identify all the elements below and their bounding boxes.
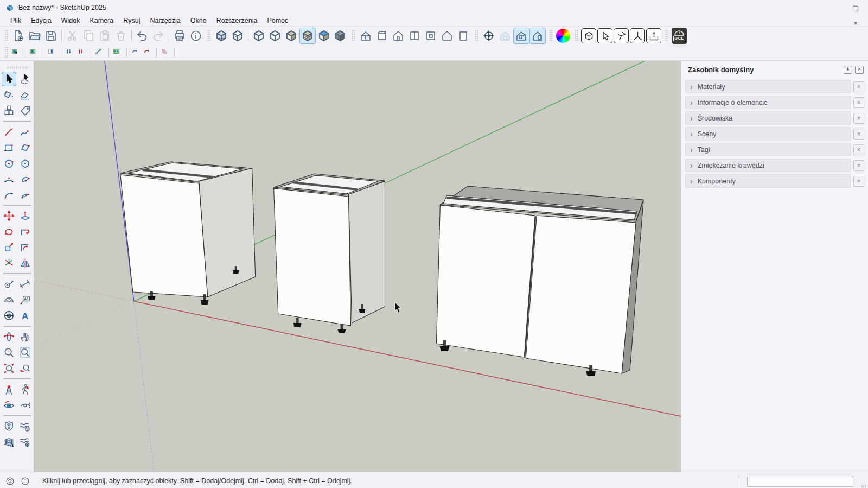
ext-cursor-button-button[interactable] <box>597 28 612 43</box>
zoom-extents-tool-button[interactable] <box>2 361 16 376</box>
protractor-tool-button[interactable] <box>2 293 16 307</box>
ext-waves-refresh-tool-button[interactable] <box>18 419 33 434</box>
new-document-button[interactable] <box>10 28 27 44</box>
toolbar-grip[interactable] <box>475 30 478 42</box>
text-tool-button[interactable]: A1 <box>18 293 33 307</box>
camera-toggle-a-button[interactable] <box>513 28 529 44</box>
pan-tool-button[interactable] <box>18 329 33 344</box>
walk-tool-button[interactable] <box>18 382 33 397</box>
toolbar-grip[interactable] <box>4 30 8 42</box>
menu-plik[interactable]: Plik <box>5 16 26 26</box>
rotate-blue-button[interactable] <box>130 47 142 59</box>
tray-section-materiały[interactable]: ›Materiały <box>685 80 851 93</box>
components-tool-button[interactable] <box>2 103 16 118</box>
view-top-button[interactable] <box>374 28 390 44</box>
paste-button[interactable] <box>97 28 113 44</box>
cabinet-single-door-1[interactable] <box>120 162 256 305</box>
model-info-button[interactable] <box>188 28 204 44</box>
delete-button[interactable] <box>113 28 129 44</box>
select-tool-button[interactable] <box>2 72 16 86</box>
position-camera-tool-button[interactable] <box>2 382 16 397</box>
line-tool-button[interactable] <box>2 124 16 139</box>
menu-okno[interactable]: Okno <box>186 16 212 26</box>
rectangle-tool-button[interactable] <box>2 140 16 155</box>
history-pink-button[interactable] <box>159 47 171 59</box>
menu-edycja[interactable]: Edycja <box>26 16 56 26</box>
three-point-arc-tool-button[interactable] <box>18 187 33 202</box>
camera-toggle-shadows-button[interactable] <box>497 28 513 44</box>
move-tool-button[interactable] <box>2 208 16 223</box>
ext-export-button-button[interactable] <box>646 28 661 43</box>
toolbar-grip[interactable] <box>575 30 578 42</box>
freehand-tool-button[interactable] <box>18 124 33 139</box>
toolbar-grip[interactable] <box>665 30 669 42</box>
undo-button[interactable] <box>134 28 150 44</box>
ext-layers-tool-button[interactable] <box>2 435 16 449</box>
toolbar-grip[interactable] <box>207 30 211 42</box>
ext-shield-tool-button[interactable] <box>2 419 16 434</box>
rotated-rectangle-tool-button[interactable] <box>18 140 33 155</box>
ext-axes-button-button[interactable] <box>630 28 645 43</box>
axes-star-tool-button[interactable] <box>2 256 16 270</box>
menu-kamera[interactable]: Kamera <box>85 16 118 26</box>
window-maximize-button[interactable]: ▢ <box>843 0 868 15</box>
dimension-tool-button[interactable] <box>18 277 33 291</box>
zoom-tool-button[interactable] <box>2 345 16 360</box>
menu-rozszerzenia[interactable]: Rozszerzenia <box>212 16 263 26</box>
paint-bucket-tool-button[interactable] <box>2 87 16 102</box>
print-button[interactable] <box>171 28 188 44</box>
tape-measure-tool-button[interactable] <box>2 277 16 291</box>
panel-tool-button[interactable] <box>46 47 58 59</box>
offset-tool-button[interactable] <box>18 240 33 255</box>
flip-tool-button[interactable] <box>18 256 33 270</box>
toolbar-grip[interactable] <box>4 47 8 59</box>
view-iso-button[interactable] <box>358 28 374 44</box>
push-pull-tool-button[interactable] <box>18 208 33 223</box>
look-around-tool-button[interactable] <box>2 398 16 413</box>
tray-section-close-button[interactable]: × <box>853 129 864 140</box>
tray-section-close-button[interactable]: × <box>853 176 864 187</box>
ext-paint-button-button[interactable] <box>614 28 629 43</box>
style-hidden-line-button[interactable] <box>267 28 283 44</box>
swap-vertical-red-button[interactable] <box>76 47 88 59</box>
style-back-edges-button[interactable] <box>229 28 246 44</box>
tray-section-close-button[interactable]: × <box>853 113 864 124</box>
cabinet-edit-button[interactable] <box>28 47 40 59</box>
tray-section-informacje-o-elemencie[interactable]: ›Informacje o elemencie <box>685 96 851 109</box>
toolbar-grip[interactable] <box>352 30 355 42</box>
tray-section-zmiękczanie-krawędzi[interactable]: ›Zmiękczanie krawędzi <box>685 159 851 172</box>
style-monochrome-button[interactable] <box>332 28 348 44</box>
tray-section-komponenty[interactable]: ›Komponenty <box>685 174 851 188</box>
pie-tool-button[interactable] <box>18 172 33 186</box>
tray-close-button[interactable]: × <box>855 66 864 74</box>
camera-toggle-b-button[interactable] <box>529 28 546 44</box>
swap-vertical-blue-button[interactable] <box>64 47 76 59</box>
eye-arc-tool-button[interactable] <box>18 398 33 413</box>
tray-section-close-button[interactable]: × <box>853 97 864 108</box>
3d-text-tool-button[interactable]: A <box>18 308 33 323</box>
toolbar-grip[interactable] <box>549 30 553 42</box>
ext-cube-button-button[interactable] <box>581 28 596 43</box>
cabinet-select-button[interactable] <box>10 47 22 59</box>
two-point-arc-tool-button[interactable] <box>2 172 16 186</box>
tray-section-środowiska[interactable]: ›Środowiska <box>685 111 851 125</box>
polygon-tool-button[interactable] <box>18 156 33 170</box>
rotate-tool-button[interactable] <box>2 224 16 239</box>
tag-tool-button[interactable] <box>18 103 33 118</box>
copy-button[interactable] <box>80 28 97 44</box>
lasso-tool-button[interactable] <box>18 72 33 86</box>
circle-tool-button[interactable] <box>2 156 16 170</box>
look-around-compass-button[interactable] <box>481 28 497 44</box>
view-left-button[interactable] <box>439 28 455 44</box>
tray-section-close-button[interactable]: × <box>853 144 864 155</box>
measurements-input[interactable] <box>747 476 853 487</box>
rotate-red-button[interactable] <box>142 47 154 59</box>
tray-section-close-button[interactable]: × <box>853 81 864 92</box>
follow-me-tool-button[interactable] <box>18 224 33 239</box>
menu-pomoc[interactable]: Pomoc <box>262 16 293 26</box>
menu-narzędzia[interactable]: Narzędzia <box>145 16 185 26</box>
redo-button[interactable] <box>150 28 167 44</box>
tray-section-tagi[interactable]: ›Tagi <box>685 143 851 156</box>
view-back-button[interactable] <box>423 28 439 44</box>
eraser-tool-button[interactable] <box>18 87 33 102</box>
